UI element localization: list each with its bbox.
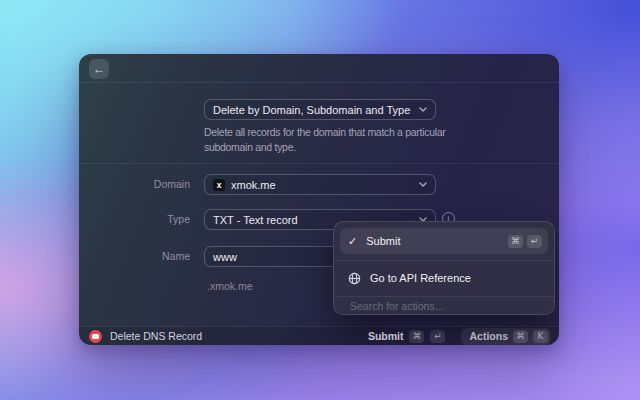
actions-search-input[interactable] bbox=[348, 299, 540, 313]
command-key: ⌘ bbox=[409, 330, 424, 343]
popover-item-label: Submit bbox=[366, 235, 499, 247]
domain-field-label: Domain bbox=[79, 174, 190, 195]
actions-button[interactable]: Actions ⌘ K bbox=[461, 328, 551, 345]
command-key: ⌘ bbox=[513, 330, 528, 343]
desktop-background: ← Delete by Domain, Subdomain and Type D… bbox=[0, 0, 640, 400]
popover-item-submit[interactable]: ✓ Submit ⌘ ↵ bbox=[340, 228, 548, 254]
submit-button[interactable]: Submit bbox=[368, 330, 404, 342]
name-field-label: Name bbox=[79, 246, 190, 267]
return-key: ↵ bbox=[527, 235, 542, 248]
k-key: K bbox=[533, 330, 548, 343]
chevron-down-icon bbox=[419, 107, 427, 112]
window-header: ← bbox=[79, 54, 559, 83]
status-bar: Delete DNS Record Submit ⌘ ↵ Actions ⌘ K bbox=[79, 326, 559, 345]
check-icon: ✓ bbox=[348, 235, 357, 248]
popover-item-label: Go to API Reference bbox=[370, 272, 540, 284]
command-title: Delete DNS Record bbox=[110, 330, 202, 342]
actions-popover: ✓ Submit ⌘ ↵ Go to API Reference bbox=[333, 221, 555, 315]
type-field-label: Type bbox=[79, 209, 190, 230]
domain-favicon-badge: x bbox=[213, 179, 225, 191]
globe-icon bbox=[348, 272, 361, 285]
return-key: ↵ bbox=[430, 330, 445, 343]
arrow-left-icon: ← bbox=[93, 62, 105, 76]
domain-select[interactable]: x xmok.me bbox=[204, 174, 436, 195]
back-button[interactable]: ← bbox=[89, 59, 109, 79]
mode-select-value: Delete by Domain, Subdomain and Type bbox=[213, 104, 413, 116]
popover-item-api-reference[interactable]: Go to API Reference bbox=[340, 261, 548, 295]
mode-description: Delete all records for the domain that m… bbox=[204, 125, 456, 155]
extension-icon bbox=[89, 330, 102, 343]
name-suffix-hint: .xmok.me bbox=[207, 280, 253, 292]
section-divider bbox=[79, 163, 559, 164]
domain-select-value: xmok.me bbox=[231, 179, 413, 191]
chevron-down-icon bbox=[419, 182, 427, 187]
raycast-window: ← Delete by Domain, Subdomain and Type D… bbox=[79, 54, 559, 345]
mode-select[interactable]: Delete by Domain, Subdomain and Type bbox=[204, 99, 436, 120]
actions-button-label: Actions bbox=[469, 330, 508, 342]
command-key: ⌘ bbox=[508, 235, 523, 248]
popover-search bbox=[340, 297, 548, 314]
